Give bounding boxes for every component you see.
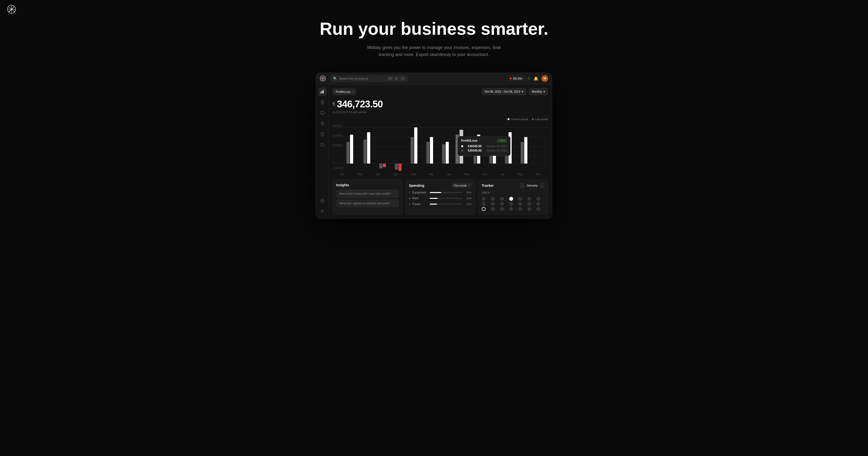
refresh-icon[interactable]: ↻	[528, 76, 531, 81]
svg-rect-37	[364, 139, 367, 164]
svg-marker-23	[320, 199, 324, 202]
tracker-dot-16	[491, 207, 495, 211]
svg-rect-38	[367, 132, 370, 164]
sidebar-item-monitor[interactable]	[318, 109, 327, 117]
tooltip-prev-row: €20345.50 October 20, 2022	[461, 149, 507, 152]
svg-rect-41	[395, 164, 398, 170]
spending-item-rent: ● Rent 24%	[409, 197, 472, 200]
user-avatar[interactable]: M	[541, 75, 548, 82]
tracker-dot-4	[509, 197, 513, 201]
equipment-icon: □	[409, 191, 410, 194]
tracker-dot-3	[500, 197, 504, 201]
tracker-dot-6	[527, 197, 531, 201]
tracker-dot-9	[491, 202, 495, 206]
equipment-bar	[430, 192, 462, 193]
tracker-navigation: ‹ January ›	[520, 183, 545, 188]
legend-chosen-period: Chosen period	[507, 118, 528, 121]
svg-rect-35	[346, 142, 350, 164]
x-label-mar: Mar	[423, 173, 440, 176]
topbar-right: 08:35h ↻ 🔔 M	[507, 75, 548, 82]
metric-dropdown[interactable]: Profit/Loss ▾	[333, 88, 356, 95]
chevron-down-icon-3: ▾	[544, 90, 545, 93]
currency-symbol: €	[333, 101, 335, 107]
rent-pct: 24%	[464, 197, 472, 200]
tooltip-prev-dot	[461, 150, 463, 151]
tracker-next-button[interactable]: ›	[539, 183, 545, 188]
insight-message-2[interactable]: What did I spend on software last year?	[336, 200, 399, 207]
svg-rect-13	[323, 90, 324, 93]
spending-equipment-label: Equipment	[412, 191, 428, 194]
chart-svg: €300000 €200000 €100000 0 -€100000	[333, 122, 548, 171]
search-icon: 🔍	[333, 77, 337, 80]
spending-rent-label: Rent	[412, 197, 428, 200]
tracker-dot-8	[482, 202, 486, 206]
x-label-apr: Apr	[440, 173, 458, 176]
rent-bar-fill	[430, 198, 438, 199]
search-placeholder: Search for or jump to	[339, 77, 385, 80]
insights-header: Insights	[336, 183, 399, 187]
dashboard-outer: 🔍 Search for or jump to ⌘ K ✕ 08:35h ↻ 🔔…	[311, 73, 557, 233]
chosen-period-dot	[507, 118, 509, 120]
svg-rect-46	[430, 137, 433, 164]
spending-chevron-icon: ▾	[468, 184, 469, 187]
recording-dot	[510, 78, 512, 79]
tracker-hours: 165 h	[482, 191, 545, 195]
svg-text:€100000: €100000	[333, 144, 343, 146]
svg-rect-39	[379, 164, 382, 168]
tracker-dot-21	[536, 207, 540, 211]
spending-header: Spending This month ▾	[409, 183, 472, 188]
sidebar-item-timer[interactable]	[318, 119, 327, 128]
time-badge: 08:35h	[507, 76, 525, 81]
x-label-nov: Nov	[351, 173, 369, 176]
x-label-oct: Oct	[334, 173, 351, 176]
tooltip-current-date: October 20, 2023	[486, 145, 507, 148]
period-dropdown[interactable]: Monthly ▾	[529, 88, 548, 95]
svg-point-24	[322, 210, 323, 211]
travel-pct: 22%	[464, 203, 472, 205]
tracker-month: January	[527, 183, 538, 187]
main-value-section: € 346,723.50 vs €232,433.50 last period	[333, 99, 548, 114]
svg-rect-57	[521, 142, 524, 164]
svg-text:€300000: €300000	[333, 124, 343, 127]
svg-rect-44	[414, 127, 417, 164]
bottom-panels: Insights How much money did I earn last …	[333, 179, 548, 215]
last-period-dot	[532, 118, 534, 120]
tracker-dot-13	[527, 202, 531, 206]
main-value: € 346,723.50	[333, 99, 548, 110]
bell-icon[interactable]: 🔔	[534, 76, 538, 81]
spending-item-equipment: □ Equipment 35%	[409, 191, 472, 194]
chart-section: Profit/Loss ▾ Oct 08, 2022 - Oct 08, 202…	[333, 88, 548, 176]
chart-controls: Profit/Loss ▾ Oct 08, 2022 - Oct 08, 202…	[333, 88, 548, 95]
rent-icon: ●	[409, 197, 410, 200]
x-label-dec: Dec	[369, 173, 387, 176]
tooltip-current-row: €20345.50 October 20, 2023	[461, 144, 507, 148]
tracker-dot-7	[536, 197, 540, 201]
tracker-prev-button[interactable]: ‹	[520, 183, 525, 188]
main-amount: 346,723.50	[337, 99, 383, 110]
sidebar-item-integrations[interactable]	[318, 196, 327, 205]
logo-icon	[7, 5, 16, 13]
sidebar-item-settings[interactable]	[318, 207, 327, 216]
x-label-may: May	[458, 173, 476, 176]
search-bar[interactable]: 🔍 Search for or jump to ⌘ K ✕	[331, 75, 408, 82]
svg-rect-45	[426, 142, 429, 164]
sidebar-item-files[interactable]	[318, 140, 327, 149]
travel-icon: +	[409, 203, 410, 205]
svg-rect-11	[321, 91, 321, 93]
svg-rect-43	[411, 137, 414, 164]
dashboard-logo	[320, 76, 326, 81]
x-axis-labels: Oct Nov Dec Jan Feb Mar Apr May Jun Jul …	[333, 173, 548, 176]
search-shortcut-cmd: ⌘	[388, 77, 393, 80]
date-range-button[interactable]: Oct 08, 2022 - Oct 08, 2023 ▾	[482, 88, 526, 95]
travel-bar	[430, 204, 462, 205]
chart-tooltip: Profit/Loss ↑ 24% €20345.50 October 20, …	[458, 136, 511, 156]
sidebar-item-analytics[interactable]	[318, 87, 327, 96]
tracker-dot-5	[518, 197, 522, 201]
x-label-feb: Feb	[405, 173, 423, 176]
spending-period-dropdown[interactable]: This month ▾	[452, 183, 472, 188]
sidebar-item-docs[interactable]	[318, 130, 327, 139]
search-shortcut-x[interactable]: ✕	[401, 77, 405, 80]
insight-message-1[interactable]: How much money did I earn last month?	[336, 190, 399, 198]
sidebar-item-invoices[interactable]	[318, 98, 327, 107]
x-label-jun: Jun	[476, 173, 494, 176]
